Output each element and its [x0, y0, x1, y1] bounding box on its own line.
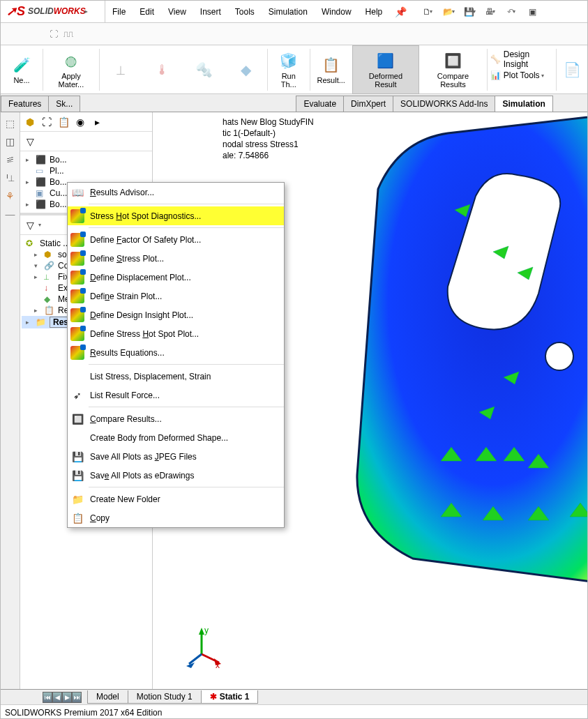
copy-icon: 📋 — [70, 511, 84, 525]
context-menu-item[interactable]: Define Stress Hot Spot Plot... — [68, 324, 284, 343]
context-menu-label: Compare Results... — [90, 414, 162, 424]
rainbow-icon — [70, 209, 84, 223]
context-menu-label: Define Design Insight Plot... — [90, 310, 193, 320]
view-toolbar: ⬚ ◫ ꠵ ᑊ⟂ ⚘ — — [1, 112, 20, 689]
menu-window[interactable]: Window — [315, 1, 359, 23]
context-menu-item[interactable]: 📖Results Advisor... — [68, 183, 284, 202]
orientation-icon[interactable]: ◫ — [3, 135, 17, 149]
menu-insert[interactable]: Insert — [193, 1, 228, 23]
ribbon-mesh[interactable]: ◆ — [225, 45, 267, 94]
tab-navigator[interactable]: ⏮ ◀ ▶ ⏭ — [43, 692, 82, 703]
ribbon-deformed-result[interactable]: 🟦 Deformed Result — [352, 45, 419, 94]
nav-last-icon[interactable]: ⏭ — [72, 692, 82, 703]
appearance-icon[interactable]: ⚘ — [3, 189, 17, 203]
ribbon-apply-material[interactable]: ◍ Apply Mater... — [43, 45, 99, 94]
open-doc-icon[interactable]: 📂▾ — [440, 3, 457, 20]
context-menu-label: Save All Plots as JPEG Files — [90, 452, 197, 462]
tab-addins[interactable]: SOLIDWORKS Add-Ins — [393, 96, 495, 112]
tab-dimxpert[interactable]: DimXpert — [343, 96, 393, 112]
tree-toolbar: ⬢ ⛶ 📋 ◉ ▸ — [20, 112, 152, 132]
ribbon-compare-results[interactable]: 🔲 Compare Results — [419, 45, 487, 94]
context-menu-item[interactable]: Define Displacement Plot... — [68, 268, 284, 287]
ribbon-connections[interactable]: 🔩 — [183, 45, 225, 94]
ribbon-tools-group: 🦴Design Insight 📊Plot Tools▾ — [488, 45, 556, 84]
context-menu-item[interactable]: 📁Create New Folder — [68, 490, 284, 508]
filter-icon[interactable]: ▽ — [23, 135, 37, 149]
context-menu-item[interactable]: Stress Hot Spot Diagnostics... — [68, 206, 284, 225]
bottom-tab-motion[interactable]: Motion Study 1 — [128, 690, 202, 704]
more-icon[interactable]: ▸ — [90, 115, 104, 129]
menu-view[interactable]: View — [161, 1, 193, 23]
main-area: 📖Results Advisor...Stress Hot Spot Diagn… — [1, 112, 587, 689]
context-menu-item[interactable]: Create Body from Deformed Shape... — [68, 428, 284, 447]
ribbon-plot-tools[interactable]: 📊Plot Tools▾ — [490, 70, 553, 80]
load-icon: 🌡 — [153, 60, 172, 80]
signal-icon[interactable]: ⎍⎍ — [63, 29, 73, 39]
pin-icon[interactable]: 📌 — [389, 6, 412, 17]
tab-features[interactable]: Features — [1, 96, 49, 112]
logo-dropdown-icon[interactable]: ▸ — [84, 8, 87, 15]
tab-sketch[interactable]: Sk... — [48, 96, 80, 112]
feature-tree-item[interactable]: ▭Pl... — [22, 165, 151, 176]
folder-icon: 📁 — [70, 492, 84, 506]
ribbon-run[interactable]: 🧊 Run Th... — [268, 45, 310, 94]
ribbon-fixtures[interactable]: ⟂ — [100, 45, 142, 94]
feature-tree-item[interactable]: ▸⬛Bo... — [22, 154, 151, 165]
context-menu-item[interactable]: ➶List Result Force... — [68, 386, 284, 404]
context-menu-label: Create Body from Deformed Shape... — [90, 433, 228, 443]
property-icon[interactable]: 📋 — [56, 115, 70, 129]
context-menu-item[interactable]: Define Design Insight Plot... — [68, 305, 284, 324]
context-menu-label: List Result Force... — [90, 391, 160, 400]
filter-icon[interactable]: ▽ — [23, 218, 37, 232]
hide-show-icon[interactable]: ᑊ⟂ — [3, 171, 17, 185]
context-menu-item[interactable]: 💾Save All Plots as eDrawings — [68, 466, 284, 485]
undo-icon[interactable]: ↶▾ — [503, 3, 520, 20]
print-icon[interactable]: 🖶▾ — [482, 3, 499, 20]
nav-first-icon[interactable]: ⏮ — [43, 692, 52, 703]
rainbow-icon — [70, 271, 84, 285]
bottom-tab-static[interactable]: ✱Static 1 — [201, 690, 259, 704]
menu-edit[interactable]: Edit — [133, 1, 161, 23]
advisor-icon: 📖 — [70, 186, 84, 199]
menu-file[interactable]: File — [105, 1, 133, 23]
context-menu-item[interactable]: 🔲Compare Results... — [68, 409, 284, 428]
scene-icon[interactable]: — — [3, 207, 17, 221]
ribbon-report[interactable]: 📄 — [557, 45, 587, 94]
context-menu-item[interactable]: Define Strain Plot... — [68, 287, 284, 305]
ribbon-results-advisor[interactable]: 📋 Result... — [310, 45, 352, 94]
select-icon[interactable]: ▣ — [524, 3, 541, 20]
context-menu-item[interactable]: 📋Copy — [68, 508, 284, 527]
model-view-icon[interactable]: ⬚ — [3, 116, 17, 130]
context-menu-item[interactable]: Define Factor Of Safety Plot... — [68, 230, 284, 249]
ribbon-loads[interactable]: 🌡 — [142, 45, 183, 94]
deformed-icon: 🟦 — [376, 51, 395, 70]
nav-next-icon[interactable]: ▶ — [62, 692, 72, 703]
tab-evaluate[interactable]: Evaluate — [296, 96, 344, 112]
context-menu-item[interactable]: 💾Save All Plots as JPEG Files — [68, 447, 284, 466]
blank-icon — [70, 431, 84, 445]
menu-help[interactable]: Help — [359, 1, 390, 23]
ribbon-new-study[interactable]: 🧪 Ne... — [1, 45, 43, 94]
section-view-icon[interactable]: ꠵ — [3, 153, 17, 167]
context-menu-label: Results Advisor... — [90, 188, 154, 197]
menu-tools[interactable]: Tools — [228, 1, 262, 23]
context-menu-separator — [89, 487, 284, 487]
tab-simulation[interactable]: Simulation — [495, 96, 552, 112]
svg-text:x: x — [216, 660, 220, 668]
config-icon[interactable]: ⛶ — [40, 115, 54, 129]
nav-prev-icon[interactable]: ◀ — [52, 692, 62, 703]
context-menu-item[interactable]: List Stress, Displacement, Strain — [68, 367, 284, 386]
menu-simulation[interactable]: Simulation — [262, 1, 315, 23]
feature-tree-icon[interactable]: ⬢ — [23, 115, 37, 129]
compare-icon: 🔲 — [70, 412, 84, 426]
save-icon[interactable]: 💾▾ — [461, 3, 478, 20]
sketch-icon[interactable]: ⛶ — [50, 29, 58, 39]
rainbow-icon — [70, 289, 84, 303]
ribbon-design-insight[interactable]: 🦴Design Insight — [490, 50, 553, 69]
results-context-menu: 📖Results Advisor...Stress Hot Spot Diagn… — [67, 182, 285, 528]
bottom-tab-model[interactable]: Model — [87, 690, 128, 704]
context-menu-item[interactable]: Define Stress Plot... — [68, 249, 284, 268]
display-icon[interactable]: ◉ — [73, 115, 87, 129]
new-doc-icon[interactable]: 🗋▾ — [419, 3, 436, 20]
context-menu-item[interactable]: Results Equations... — [68, 343, 284, 362]
